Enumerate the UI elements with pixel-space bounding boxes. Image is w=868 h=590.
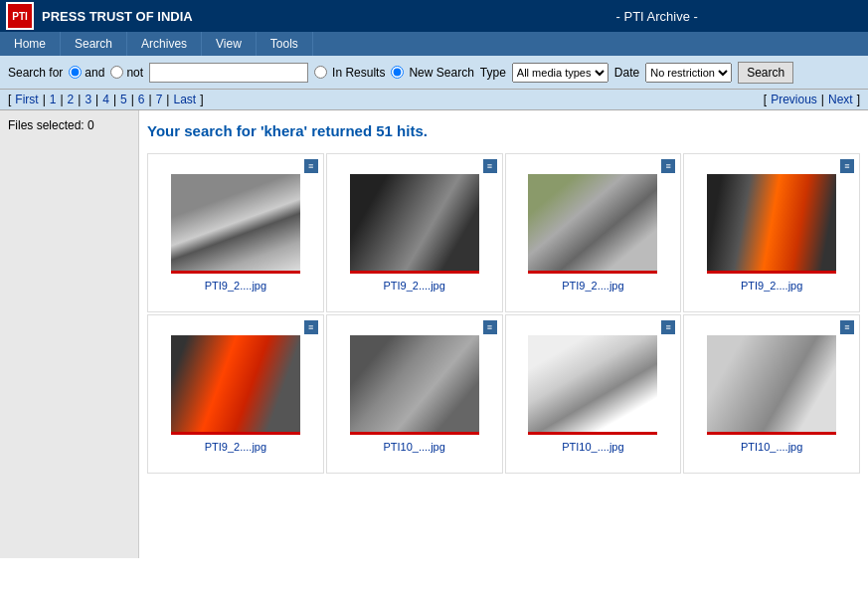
pag-5[interactable]: 5 bbox=[120, 93, 127, 106]
grid-cell-4[interactable]: PTI9_2....jpg bbox=[147, 314, 324, 474]
not-radio[interactable] bbox=[110, 66, 123, 79]
pag-1[interactable]: 1 bbox=[50, 93, 57, 106]
new-search-label: New Search bbox=[391, 66, 473, 80]
image-filename-1: PTI9_2....jpg bbox=[383, 280, 444, 292]
type-label: Type bbox=[480, 66, 506, 80]
image-thumbnail-2[interactable] bbox=[528, 174, 657, 274]
and-label: and bbox=[85, 66, 104, 80]
pagination-left: [ First | 1 | 2 | 3 | 4 | 5 | 6 | 7 | La… bbox=[8, 93, 204, 106]
nav-archives[interactable]: Archives bbox=[127, 32, 202, 56]
not-label: not bbox=[126, 66, 143, 80]
image-thumbnail-6[interactable] bbox=[528, 335, 657, 435]
grid-cell-7[interactable]: PTI10_....jpg bbox=[683, 314, 860, 474]
nav-home[interactable]: Home bbox=[0, 32, 61, 56]
and-radio[interactable] bbox=[69, 66, 82, 79]
in-results-label: In Results bbox=[314, 66, 385, 80]
grid-cell-1[interactable]: PTI9_2....jpg bbox=[326, 153, 503, 312]
and-radio-label: and bbox=[69, 66, 104, 80]
search-button[interactable]: Search bbox=[738, 62, 793, 84]
header: PTI PRESS TRUST OF INDIA - PTI Archive - bbox=[0, 0, 868, 32]
pag-last[interactable]: Last bbox=[173, 93, 196, 106]
new-search-radio[interactable] bbox=[391, 66, 404, 79]
new-search-label-text: New Search bbox=[409, 66, 473, 80]
pag-3[interactable]: 3 bbox=[85, 93, 91, 106]
grid-cell-2[interactable]: PTI9_2....jpg bbox=[505, 153, 682, 312]
pagination-right: [ Previous | Next ] bbox=[764, 93, 860, 106]
image-filename-2: PTI9_2....jpg bbox=[562, 280, 623, 292]
navbar: Home Search Archives View Tools bbox=[0, 32, 868, 56]
cell-add-icon-5[interactable] bbox=[482, 319, 498, 335]
type-select[interactable]: All media types Photos Videos Text bbox=[512, 63, 608, 83]
archive-title: - PTI Archive - bbox=[452, 9, 863, 24]
grid-cell-3[interactable]: PTI9_2....jpg bbox=[683, 153, 860, 312]
pag-first[interactable]: First bbox=[15, 93, 38, 106]
results-header: Your search for 'khera' returned 51 hits… bbox=[147, 118, 860, 143]
pag-previous[interactable]: Previous bbox=[771, 93, 817, 106]
date-label: Date bbox=[614, 66, 639, 80]
date-select[interactable]: No restriction Last week Last month Last… bbox=[645, 63, 732, 83]
image-filename-6: PTI10_....jpg bbox=[562, 441, 623, 453]
pag-4[interactable]: 4 bbox=[102, 93, 109, 106]
files-selected: Files selected: 0 bbox=[8, 118, 130, 132]
cell-add-icon-7[interactable] bbox=[839, 319, 855, 335]
cell-add-icon-4[interactable] bbox=[303, 319, 319, 335]
cell-add-icon-3[interactable] bbox=[839, 158, 855, 174]
logo: PTI bbox=[6, 2, 34, 30]
pag-next[interactable]: Next bbox=[828, 93, 853, 106]
sidebar: Files selected: 0 bbox=[0, 110, 139, 558]
nav-search[interactable]: Search bbox=[61, 32, 127, 56]
cell-add-icon-2[interactable] bbox=[660, 158, 676, 174]
nav-tools[interactable]: Tools bbox=[257, 32, 313, 56]
cell-add-icon-6[interactable] bbox=[660, 319, 676, 335]
image-thumbnail-3[interactable] bbox=[707, 174, 836, 274]
search-input[interactable] bbox=[149, 63, 308, 83]
image-thumbnail-7[interactable] bbox=[707, 335, 836, 435]
grid-cell-0[interactable]: PTI9_2....jpg bbox=[147, 153, 324, 312]
not-radio-label: not bbox=[110, 66, 143, 80]
image-thumbnail-0[interactable] bbox=[171, 174, 300, 274]
image-filename-4: PTI9_2....jpg bbox=[205, 441, 266, 453]
search-for-label: Search for bbox=[8, 66, 63, 80]
image-thumbnail-1[interactable] bbox=[350, 174, 479, 274]
image-filename-5: PTI10_....jpg bbox=[383, 441, 444, 453]
main: Files selected: 0 Your search for 'khera… bbox=[0, 110, 868, 558]
cell-add-icon-1[interactable] bbox=[482, 158, 498, 174]
content: Your search for 'khera' returned 51 hits… bbox=[139, 110, 868, 558]
image-filename-7: PTI10_....jpg bbox=[741, 441, 802, 453]
image-thumbnail-4[interactable] bbox=[171, 335, 300, 435]
grid-cell-6[interactable]: PTI10_....jpg bbox=[505, 314, 682, 474]
pag-2[interactable]: 2 bbox=[68, 93, 75, 106]
searchbar: Search for and not In Results New Search… bbox=[0, 56, 868, 90]
in-results-label-text: In Results bbox=[332, 66, 385, 80]
in-results-radio[interactable] bbox=[314, 66, 327, 79]
pag-6[interactable]: 6 bbox=[138, 93, 145, 106]
nav-view[interactable]: View bbox=[202, 32, 257, 56]
pag-7[interactable]: 7 bbox=[156, 93, 163, 106]
grid-cell-5[interactable]: PTI10_....jpg bbox=[326, 314, 503, 474]
pagination: [ First | 1 | 2 | 3 | 4 | 5 | 6 | 7 | La… bbox=[0, 90, 868, 110]
image-filename-0: PTI9_2....jpg bbox=[205, 280, 266, 292]
org-name: PRESS TRUST OF INDIA bbox=[42, 9, 452, 24]
image-grid: PTI9_2....jpgPTI9_2....jpgPTI9_2....jpgP… bbox=[147, 153, 860, 474]
cell-add-icon-0[interactable] bbox=[303, 158, 319, 174]
image-thumbnail-5[interactable] bbox=[350, 335, 479, 435]
image-filename-3: PTI9_2....jpg bbox=[741, 280, 802, 292]
